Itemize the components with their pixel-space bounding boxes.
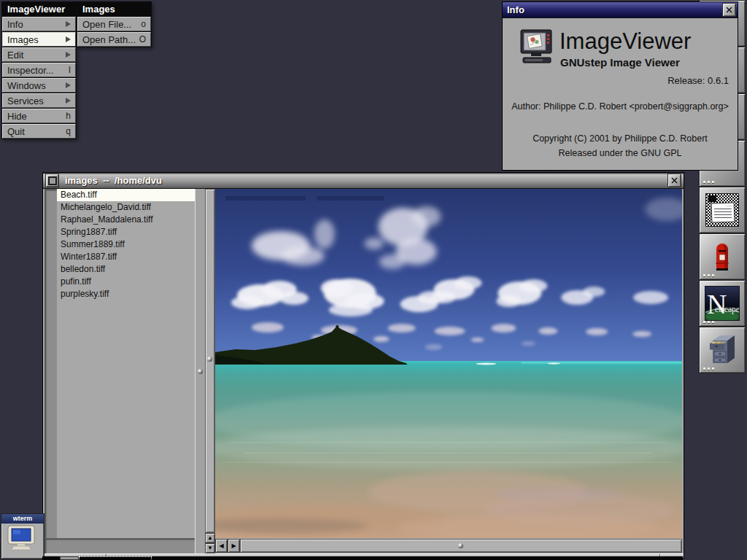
menu-item-info[interactable]: Info: [2, 17, 76, 31]
menu-item-open-file[interactable]: Open File... o: [77, 17, 151, 31]
miniwindow-title: wterm: [1, 514, 44, 524]
menu-item-label: Open Path...: [82, 34, 136, 45]
release-label: Release: 0.6.1: [667, 75, 729, 86]
divider-dimple-icon: [198, 369, 203, 374]
dock-tile-filemanager[interactable]: [699, 327, 746, 373]
menu-item-services[interactable]: Services: [2, 93, 76, 108]
viewer-window: images -- /home/dvu Beach.tiff Michelang…: [42, 172, 684, 559]
miniaturize-icon: [48, 176, 57, 185]
menu-item-label: Services: [7, 96, 44, 106]
netscape-label: etscape: [715, 305, 739, 314]
file-cabinet-icon: [705, 332, 739, 368]
app-subtitle: GNUstep Image Viewer: [560, 56, 680, 69]
hidden-window-chip: [60, 556, 79, 560]
close-icon: [670, 174, 678, 187]
menu-item-open-path[interactable]: Open Path... O: [77, 32, 151, 47]
file-list-item[interactable]: Summer1889.tiff: [57, 238, 195, 251]
image-horizontal-scrollbar: ◀ ▶: [215, 538, 682, 553]
dock-tile-postbox[interactable]: [699, 233, 746, 280]
menu-item-label: Info: [7, 19, 23, 30]
netscape-icon: N etscape: [705, 286, 740, 321]
netscape-letter: N: [707, 289, 727, 319]
arrow-down-icon: ▼: [207, 545, 213, 551]
file-list-item[interactable]: purplesky.tiff: [57, 288, 195, 300]
running-indicator: [703, 181, 714, 183]
arrow-right-icon: ▶: [231, 543, 236, 549]
submenu-arrow-icon: [66, 21, 71, 27]
copyright-label: Copyright (C) 2001 by Philippe C.D. Robe…: [503, 133, 738, 144]
menu-item-label: Inspector...: [7, 65, 54, 76]
info-window-titlebar[interactable]: Info: [503, 2, 738, 18]
menu-item-shortcut: q: [66, 126, 71, 136]
submenu-arrow-icon: [66, 82, 71, 88]
vertical-scrollbar-knob[interactable]: [205, 189, 215, 533]
app-name: ImageViewer: [560, 28, 691, 55]
file-list-item[interactable]: belledon.tiff: [57, 263, 195, 276]
viewer-window-titlebar[interactable]: images -- /home/dvu: [43, 173, 684, 189]
license-label: Released under the GNU GPL: [503, 148, 738, 158]
close-icon: [725, 4, 733, 17]
postbox-icon: [708, 238, 737, 275]
imageviewer-menu-title[interactable]: ImageViewer: [2, 2, 76, 16]
menu-item-label: Open File...: [82, 19, 131, 30]
images-submenu-title[interactable]: Images: [77, 2, 151, 16]
horizontal-scrollbar-knob[interactable]: [240, 539, 682, 553]
imageviewer-menu: ImageViewer Info Images Edit Inspector..…: [1, 1, 77, 139]
file-list-item[interactable]: Raphael_Maddalena.tiff: [57, 214, 195, 226]
file-list-item[interactable]: Michelangelo_David.tiff: [57, 201, 195, 214]
menu-item-hide[interactable]: Hide h: [2, 109, 76, 123]
info-window: Info ImageViewer GNUstep Image Viewer Re…: [502, 1, 738, 171]
scroll-right-button[interactable]: ▶: [228, 539, 240, 553]
image-vertical-scrollbar: ▲ ▼: [205, 189, 215, 553]
menu-item-shortcut: I: [69, 65, 71, 75]
menu-item-inspector[interactable]: Inspector... I: [2, 63, 76, 77]
menu-item-quit[interactable]: Quit q: [2, 124, 76, 139]
image-view-beach-photo: [215, 189, 682, 538]
knob-dimple-icon: [207, 357, 212, 362]
menu-item-label: Quit: [7, 126, 25, 137]
file-list-item[interactable]: Spring1887.tiff: [57, 226, 195, 238]
hidden-window-edge: [42, 556, 683, 560]
menu-item-shortcut: O: [139, 34, 146, 44]
menu-item-windows[interactable]: Windows: [2, 78, 76, 93]
info-window-title: Info: [503, 4, 529, 15]
file-list-item[interactable]: Winter1887.tiff: [57, 251, 195, 263]
running-indicator: [703, 321, 714, 323]
dock-tile-netscape[interactable]: N etscape: [699, 280, 746, 327]
arrow-left-icon: ◀: [219, 543, 223, 549]
running-indicator: [703, 368, 714, 370]
author-label: Author: Philippe C.D. Robert <probert@si…: [503, 101, 738, 112]
knob-dimple-icon: [458, 543, 463, 548]
selection-dots: [79, 556, 152, 560]
dock-tile-mail[interactable]: [699, 187, 746, 233]
submenu-arrow-icon: [66, 52, 71, 58]
menu-item-label: Hide: [7, 111, 27, 122]
close-button[interactable]: [667, 174, 681, 187]
terminal-monitor-icon: [7, 524, 39, 557]
viewer-window-title: images -- /home/dvu: [61, 175, 166, 186]
arrow-up-icon: ▲: [207, 535, 213, 541]
miniaturize-button[interactable]: [45, 174, 59, 187]
wterm-miniwindow[interactable]: wterm: [1, 513, 44, 559]
file-list-item[interactable]: pufin.tiff: [57, 276, 195, 288]
close-button[interactable]: [722, 3, 736, 17]
submenu-arrow-icon: [66, 98, 71, 104]
scroll-down-button[interactable]: ▼: [205, 543, 215, 553]
running-indicator: [703, 274, 714, 276]
images-submenu: Images Open File... o Open Path... O: [77, 1, 152, 47]
menu-item-shortcut: h: [66, 111, 71, 121]
scroll-left-button[interactable]: ◀: [215, 539, 228, 553]
menu-item-images[interactable]: Images: [2, 32, 76, 47]
menu-item-label: Edit: [7, 50, 23, 61]
menu-item-shortcut: o: [141, 19, 146, 29]
submenu-arrow-icon: [66, 36, 71, 42]
menu-item-label: Images: [7, 34, 39, 45]
menu-item-label: Windows: [7, 80, 46, 91]
mail-compose-icon: [705, 193, 739, 227]
scroll-up-button[interactable]: ▲: [205, 533, 215, 543]
file-list-item-selected[interactable]: Beach.tiff: [57, 189, 195, 201]
menu-item-edit[interactable]: Edit: [2, 47, 76, 62]
app-icon: [519, 28, 555, 71]
file-list: Beach.tiff Michelangelo_David.tiff Rapha…: [57, 189, 196, 538]
list-horizontal-scrollbar[interactable]: [44, 538, 196, 555]
